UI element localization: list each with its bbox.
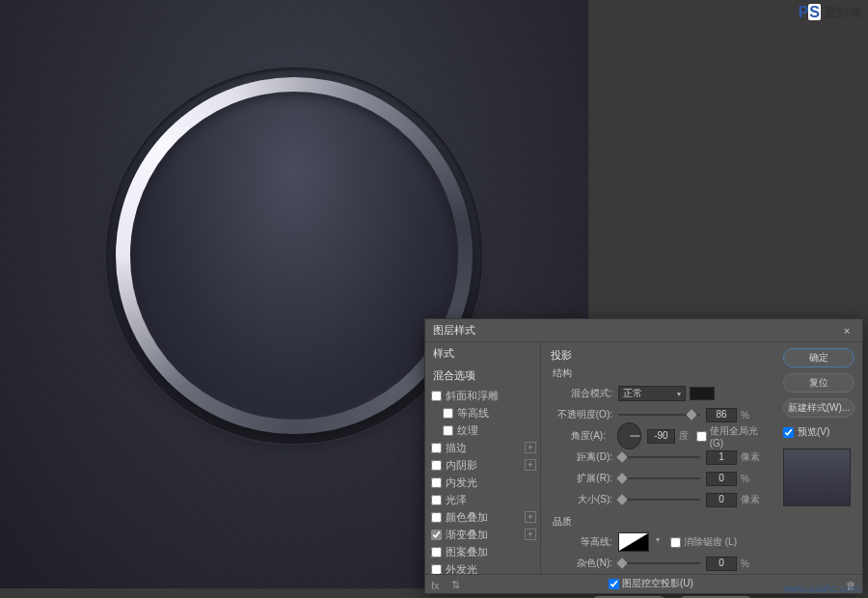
watermark-url: www.psahz.com bbox=[784, 583, 860, 594]
blend-mode-dropdown[interactable]: 正常 bbox=[618, 386, 686, 401]
add-icon[interactable]: + bbox=[525, 529, 536, 540]
close-icon[interactable]: × bbox=[839, 323, 854, 339]
actions-column: 确定 复位 新建样式(W)... 预览(V) bbox=[775, 342, 862, 574]
checkbox[interactable] bbox=[443, 425, 453, 436]
dialog-title: 图层样式 bbox=[433, 323, 475, 338]
style-item-pattern-overlay[interactable]: 图案叠加 bbox=[425, 543, 540, 560]
layer-style-dialog: 图层样式 × 样式 混合选项 斜面和浮雕 等高线 纹理 描边+ 内阴影+ 内发光… bbox=[424, 318, 863, 594]
add-icon[interactable]: + bbox=[525, 459, 536, 471]
spread-slider[interactable] bbox=[618, 477, 700, 479]
blend-options-item[interactable]: 混合选项 bbox=[425, 365, 540, 387]
ps-logo-icon: PS bbox=[799, 4, 821, 21]
angle-label: 角度(A): bbox=[551, 429, 611, 443]
shadow-color-swatch[interactable] bbox=[690, 387, 715, 400]
style-item-satin[interactable]: 光泽 bbox=[425, 491, 540, 508]
style-item-inner-shadow[interactable]: 内阴影+ bbox=[425, 456, 540, 474]
spread-input[interactable]: 0 bbox=[706, 472, 737, 486]
add-icon[interactable]: + bbox=[525, 442, 536, 453]
noise-input[interactable]: 0 bbox=[706, 557, 737, 571]
global-light-checkbox[interactable]: 使用全局光 (G) bbox=[696, 424, 766, 448]
angle-input[interactable]: -90 bbox=[647, 429, 675, 444]
contour-label: 等高线: bbox=[551, 535, 618, 549]
blend-mode-row: 混合模式: 正常 bbox=[551, 384, 766, 403]
preview-checkbox[interactable]: 预览(V) bbox=[783, 425, 854, 439]
opacity-input[interactable]: 86 bbox=[706, 408, 737, 422]
checkbox[interactable] bbox=[431, 564, 442, 575]
angle-row: 角度(A): -90 度 使用全局光 (G) bbox=[551, 426, 766, 446]
checkbox[interactable] bbox=[431, 512, 442, 523]
style-item-bevel[interactable]: 斜面和浮雕 bbox=[425, 387, 540, 404]
effects-list: 斜面和浮雕 等高线 纹理 描边+ 内阴影+ 内发光 光泽 颜色叠加+ 渐变叠加+… bbox=[425, 387, 540, 574]
distance-label: 距离(D): bbox=[551, 450, 618, 464]
dialog-body: 样式 混合选项 斜面和浮雕 等高线 纹理 描边+ 内阴影+ 内发光 光泽 颜色叠… bbox=[425, 342, 862, 574]
contour-picker[interactable] bbox=[618, 532, 649, 552]
ok-button[interactable]: 确定 bbox=[783, 348, 854, 367]
checkbox[interactable] bbox=[431, 460, 442, 471]
size-input[interactable]: 0 bbox=[706, 493, 737, 507]
effect-name: 投影 bbox=[551, 348, 766, 363]
contour-row: 等高线: 消除锯齿 (L) bbox=[551, 532, 766, 552]
checkbox[interactable] bbox=[431, 443, 442, 453]
structure-heading: 结构 bbox=[553, 367, 766, 380]
cancel-button[interactable]: 复位 bbox=[783, 373, 854, 393]
size-label: 大小(S): bbox=[551, 493, 618, 506]
checkbox[interactable] bbox=[431, 495, 442, 505]
watermark-logo: PS 爱好者 bbox=[799, 4, 862, 21]
styles-list-column: 样式 混合选项 斜面和浮雕 等高线 纹理 描边+ 内阴影+ 内发光 光泽 颜色叠… bbox=[425, 342, 541, 574]
fx-icon[interactable]: fx bbox=[431, 580, 440, 591]
distance-slider[interactable] bbox=[618, 456, 700, 458]
noise-slider[interactable] bbox=[618, 562, 700, 564]
style-item-inner-glow[interactable]: 内发光 bbox=[425, 474, 540, 491]
spread-row: 扩展(R): 0 % bbox=[551, 469, 766, 488]
style-item-contour[interactable]: 等高线 bbox=[425, 404, 540, 421]
opacity-label: 不透明度(O): bbox=[551, 408, 618, 421]
settings-column: 投影 结构 混合模式: 正常 不透明度(O): 86 % 角度(A): -90 … bbox=[541, 342, 775, 574]
checkbox[interactable] bbox=[431, 547, 442, 557]
checkbox[interactable] bbox=[431, 391, 442, 401]
circle-lens bbox=[130, 92, 458, 420]
arrow-up-down-icon[interactable]: ⇅ bbox=[451, 579, 460, 591]
spread-label: 扩展(R): bbox=[551, 472, 618, 485]
distance-input[interactable]: 1 bbox=[706, 450, 737, 465]
blend-mode-label: 混合模式: bbox=[551, 387, 618, 400]
checkbox[interactable] bbox=[431, 477, 442, 488]
style-item-texture[interactable]: 纹理 bbox=[425, 421, 540, 439]
opacity-slider[interactable] bbox=[618, 414, 700, 416]
distance-row: 距离(D): 1 像素 bbox=[551, 448, 766, 467]
add-icon[interactable]: + bbox=[525, 511, 536, 523]
checkbox[interactable] bbox=[443, 408, 453, 419]
new-style-button[interactable]: 新建样式(W)... bbox=[783, 398, 854, 418]
style-item-gradient-overlay[interactable]: 渐变叠加+ bbox=[425, 526, 540, 543]
quality-heading: 品质 bbox=[553, 515, 766, 529]
opacity-row: 不透明度(O): 86 % bbox=[551, 405, 766, 424]
preview-thumbnail bbox=[783, 448, 851, 506]
anti-alias-checkbox[interactable]: 消除锯齿 (L) bbox=[670, 535, 737, 549]
size-slider[interactable] bbox=[618, 499, 700, 501]
angle-dial[interactable] bbox=[617, 422, 641, 449]
styles-heading[interactable]: 样式 bbox=[425, 342, 540, 365]
watermark-text: 爱好者 bbox=[825, 4, 862, 21]
noise-label: 杂色(N): bbox=[551, 557, 618, 570]
knockout-checkbox[interactable]: 图层挖空投影(U) bbox=[609, 577, 766, 590]
dialog-header[interactable]: 图层样式 × bbox=[425, 319, 862, 342]
style-item-stroke[interactable]: 描边+ bbox=[425, 439, 540, 456]
checkbox[interactable] bbox=[431, 530, 442, 540]
noise-row: 杂色(N): 0 % bbox=[551, 554, 766, 573]
size-row: 大小(S): 0 像素 bbox=[551, 490, 766, 509]
style-item-outer-glow[interactable]: 外发光 bbox=[425, 560, 540, 574]
style-item-color-overlay[interactable]: 颜色叠加+ bbox=[425, 508, 540, 526]
